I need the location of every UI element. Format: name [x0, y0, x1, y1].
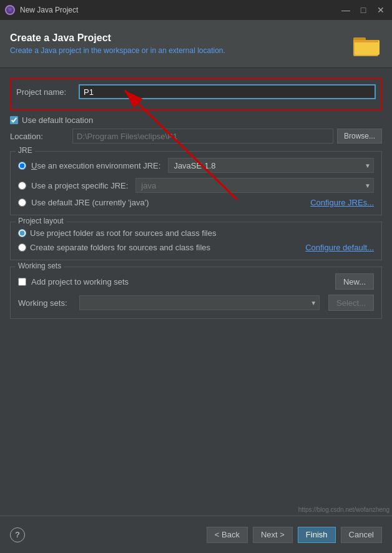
- working-sets-group: Working sets Add project to working sets…: [10, 267, 382, 319]
- jre-specific-radio[interactable]: [18, 182, 26, 190]
- svg-rect-3: [353, 40, 378, 42]
- browse-button[interactable]: Browse...: [337, 129, 382, 144]
- working-sets-selector-row: Working sets: ▼ Select...: [18, 295, 374, 311]
- location-input[interactable]: [72, 129, 333, 144]
- next-button[interactable]: Next >: [253, 527, 293, 543]
- jre-execution-env-radio[interactable]: [18, 162, 26, 170]
- configure-default-link[interactable]: Configure default...: [305, 243, 374, 252]
- jre-group: JRE Use an execution environment JRE: Ja…: [10, 151, 382, 215]
- project-name-row: Project name:: [16, 84, 376, 99]
- layout-option2-label: Create separate folders for sources and …: [30, 243, 210, 252]
- project-name-input[interactable]: [79, 84, 376, 99]
- dialog-title: Create a Java Project: [10, 32, 225, 44]
- jre-default-radio[interactable]: [18, 198, 26, 207]
- jre-group-title: JRE: [16, 146, 35, 155]
- add-to-working-sets-row: Add project to working sets New...: [18, 273, 374, 290]
- layout-option1-row: Use project folder as root for sources a…: [18, 228, 374, 238]
- configure-jres-link[interactable]: Configure JREs...: [310, 198, 374, 207]
- add-to-working-sets-checkbox[interactable]: [18, 278, 26, 286]
- jre-option1-row: Use an execution environment JRE: JavaSE…: [18, 158, 374, 173]
- dialog-content: Project name: Use default location Locat…: [0, 68, 392, 335]
- dropdown-arrow-icon: ▼: [365, 162, 371, 169]
- jre-specific-dropdown-value: java: [139, 181, 365, 190]
- new-working-set-button[interactable]: New...: [335, 273, 374, 290]
- use-default-location-row: Use default location: [10, 115, 382, 125]
- watermark: https://blog.csdn.net/wofanzheng: [298, 506, 390, 513]
- close-button[interactable]: ✕: [375, 5, 387, 15]
- help-button[interactable]: ?: [10, 527, 25, 542]
- use-default-location-checkbox[interactable]: [10, 116, 18, 124]
- layout-separate-radio[interactable]: [18, 243, 26, 252]
- project-layout-group: Project layout Use project folder as roo…: [10, 222, 382, 260]
- project-name-section: Project name:: [10, 78, 382, 110]
- jre-option2-label: Use a project specific JRE:: [31, 181, 128, 190]
- dropdown-arrow3-icon: ▼: [310, 300, 316, 306]
- working-sets-label: Working sets:: [18, 298, 74, 308]
- jre-specific-dropdown[interactable]: java ▼: [135, 178, 374, 193]
- select-working-set-button[interactable]: Select...: [328, 295, 374, 311]
- dialog-footer: ? < Back Next > Finish Cancel: [0, 516, 392, 553]
- add-to-working-sets-label: Add project to working sets: [31, 277, 129, 286]
- header-icon: [352, 29, 382, 59]
- jre-option3-label: Use default JRE (currently 'java'): [31, 198, 149, 207]
- window-controls: — □ ✕: [340, 5, 387, 15]
- project-name-label: Project name:: [16, 87, 79, 97]
- project-layout-title: Project layout: [16, 217, 66, 225]
- cancel-button[interactable]: Cancel: [341, 527, 382, 543]
- minimize-button[interactable]: —: [340, 5, 352, 15]
- layout-option2-row: Create separate folders for sources and …: [18, 243, 374, 252]
- location-label: Location:: [10, 132, 72, 141]
- working-sets-title: Working sets: [16, 262, 64, 270]
- jre-env-dropdown-value: JavaSE-1.8: [171, 161, 365, 170]
- app-icon: [5, 5, 15, 15]
- jre-option3-row: Use default JRE (currently 'java') Confi…: [18, 198, 374, 207]
- window-title: New Java Project: [20, 6, 335, 14]
- title-bar: New Java Project — □ ✕: [0, 0, 392, 20]
- location-row: Location: Browse...: [10, 129, 382, 144]
- header-text: Create a Java Project Create a Java proj…: [10, 32, 225, 55]
- finish-button[interactable]: Finish: [298, 527, 336, 543]
- jre-option1-label: Use an execution environment JRE:: [31, 161, 160, 170]
- dialog-subtitle: Create a Java project in the workspace o…: [10, 46, 225, 55]
- working-sets-dropdown[interactable]: ▼: [79, 295, 320, 310]
- dialog-header: Create a Java Project Create a Java proj…: [0, 20, 392, 68]
- maximize-button[interactable]: □: [357, 5, 370, 15]
- layout-folder-radio[interactable]: [18, 229, 26, 237]
- jre-env-dropdown[interactable]: JavaSE-1.8 ▼: [168, 158, 374, 173]
- use-default-location-label: Use default location: [22, 115, 93, 125]
- layout-option1-label: Use project folder as root for sources a…: [30, 228, 216, 238]
- dropdown-arrow2-icon: ▼: [365, 182, 371, 189]
- jre-option2-row: Use a project specific JRE: java ▼: [18, 178, 374, 193]
- back-button[interactable]: < Back: [207, 527, 248, 543]
